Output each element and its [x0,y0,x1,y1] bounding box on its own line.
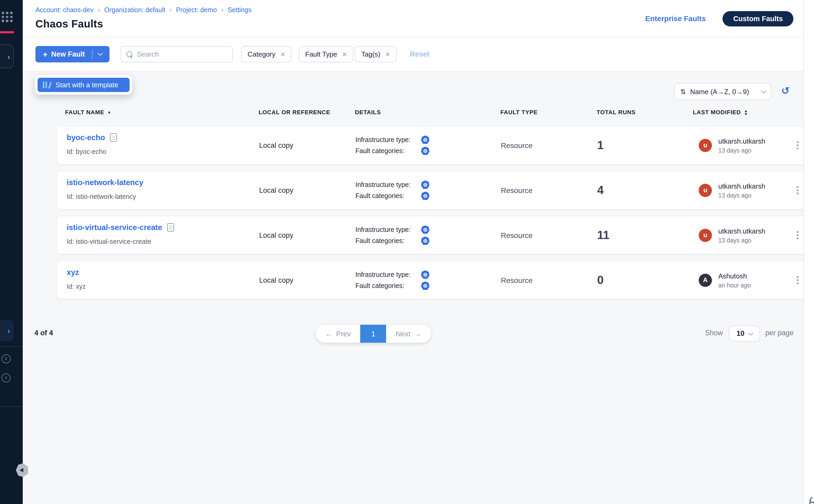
active-module-indicator [0,31,14,33]
filter-chip-tags[interactable]: Tag(s) ✕ [355,46,397,62]
prev-page-button[interactable]: ←Prev [316,325,360,343]
modified-time: 13 days ago [718,192,765,198]
total-runs-value: 11 [597,228,610,242]
fault-name-link[interactable]: istio-network-latency [67,178,143,187]
row-menu-icon[interactable] [794,139,801,152]
remove-filter-icon[interactable]: ✕ [342,51,347,58]
fault-details: Infrastructure type:☸ Fault categories:☸ [355,225,429,245]
enterprise-faults-link[interactable]: Enterprise Faults [645,11,706,23]
breadcrumb-project[interactable]: Project: demo [176,6,217,13]
infrastructure-type-label: Infrastructure type: [355,271,421,278]
custom-faults-button[interactable]: Custom Faults [722,11,793,26]
fault-details: Infrastructure type:☸ Fault categories:☸ [355,180,429,200]
last-modified-cell: utkarsh.utkarsh 13 days ago [718,227,765,243]
breadcrumb: Account: chaos-dev › Organization: defau… [35,6,251,14]
filter-chip-category[interactable]: Category ✕ [241,46,292,62]
kubernetes-icon: ☸ [421,191,429,200]
arrow-left-icon: ← [325,330,332,338]
fault-list: byoc-echo Id: byoc-echo Local copy Infra… [57,126,814,306]
refresh-icon[interactable]: ↻ [781,85,790,97]
remove-filter-icon[interactable]: ✕ [280,51,285,58]
fault-name-link[interactable]: istio-virtual-service-create [67,223,162,232]
reset-filters-link[interactable]: Reset [410,50,429,58]
filter-chip-fault-type[interactable]: Fault Type ✕ [299,46,353,62]
sidebar-divider [0,346,23,347]
sort-select-value: Name (A→Z, 0→9) [690,88,757,95]
app-launcher-icon[interactable] [2,12,13,22]
fault-row[interactable]: istio-virtual-service-create Id: istio-v… [57,216,814,254]
row-menu-icon[interactable] [794,184,801,196]
breadcrumb-separator-icon: › [98,6,100,14]
new-fault-label: New Fault [51,50,92,58]
header-actions: Enterprise Faults Custom Faults [645,0,793,38]
local-or-reference-value: Local copy [259,141,293,149]
sort-select[interactable]: ⇅ Name (A→Z, 0→9) [674,83,771,100]
fault-categories-label: Fault categories: [355,192,421,199]
modified-by: utkarsh.utkarsh [718,137,765,145]
sidebar-expand-button[interactable]: › [0,44,14,68]
breadcrumb-separator-icon: › [170,6,172,14]
sort-arrows-icon: ⇅ [680,88,686,95]
infrastructure-type-label: Infrastructure type: [355,181,421,188]
infrastructure-type-label: Infrastructure type: [355,226,421,233]
fault-name-link[interactable]: byoc-echo [67,133,105,142]
start-with-template-item[interactable]: Start with a template [38,78,130,92]
pagination-summary: 4 of 4 [34,329,53,337]
column-fault-type: FAULT TYPE [500,109,538,115]
fault-manifest-icon[interactable] [167,223,174,232]
avatar: A [699,273,712,287]
start-with-template-label: Start with a template [56,81,118,89]
current-page-button[interactable]: 1 [360,325,386,343]
show-label: Show [705,329,723,337]
remove-filter-icon[interactable]: ✕ [385,51,390,58]
new-fault-dropdown-toggle[interactable] [92,46,109,62]
per-page-value: 10 [737,329,744,337]
search-input[interactable] [137,50,227,58]
search-box [121,46,233,62]
support-chat-icon[interactable] [808,496,814,504]
table-header: FAULT NAME▲ LOCAL OR REFERENCE DETAILS F… [57,109,814,118]
avatar: u [699,139,712,152]
fault-row[interactable]: istio-network-latency Id: istio-network-… [57,171,814,209]
column-last-modified[interactable]: LAST MODIFIED▲▼ [693,109,748,116]
column-fault-name[interactable]: FAULT NAME▲ [65,109,111,115]
kubernetes-icon: ☸ [421,270,429,279]
next-page-button[interactable]: Next→ [386,325,431,343]
toolbar: + New Fault Start with a template Catego… [23,38,814,71]
triangle-left-icon [20,468,23,472]
left-sidebar: › › i i [0,0,23,504]
template-library-icon [43,81,51,88]
breadcrumb-settings[interactable]: Settings [228,6,251,13]
per-page-select[interactable]: 10 [729,325,760,342]
modified-by: utkarsh.utkarsh [718,182,765,190]
per-page-label: per page [765,329,794,337]
kubernetes-icon: ☸ [421,236,429,245]
fault-row[interactable]: byoc-echo Id: byoc-echo Local copy Infra… [57,126,814,164]
row-menu-icon[interactable] [794,274,801,286]
fault-details: Infrastructure type:☸ Fault categories:☸ [355,135,429,155]
total-runs-value: 1 [597,138,604,152]
new-fault-button[interactable]: + New Fault Start with a template [35,46,109,62]
last-modified-cell: utkarsh.utkarsh 13 days ago [718,182,765,198]
fault-type-value: Resource [501,186,533,194]
breadcrumb-account[interactable]: Account: chaos-dev [35,6,94,13]
fault-name-link[interactable]: xyz [67,268,79,277]
row-menu-icon[interactable] [794,229,801,241]
modified-time: an hour ago [718,282,751,288]
fault-manifest-icon[interactable] [110,133,117,142]
fault-type-value: Resource [501,141,533,149]
info-icon[interactable]: i [2,373,11,382]
local-or-reference-value: Local copy [259,231,293,239]
kubernetes-icon: ☸ [421,180,429,189]
chevron-right-icon: › [7,326,10,335]
info-icon[interactable]: i [2,354,11,363]
new-fault-menu: Start with a template [35,75,132,95]
kubernetes-icon: ☸ [421,225,429,234]
fault-row[interactable]: xyz Id: xyz Local copy Infrastructure ty… [57,261,814,299]
last-modified-cell: Ashutosh an hour ago [718,272,751,288]
total-runs-value: 0 [597,273,604,287]
sidebar-bottom-expand-button[interactable]: › [0,320,14,341]
fault-id: Id: byoc-echo [67,148,106,155]
modified-time: 13 days ago [718,237,765,243]
breadcrumb-organization[interactable]: Organization: default [104,6,165,13]
